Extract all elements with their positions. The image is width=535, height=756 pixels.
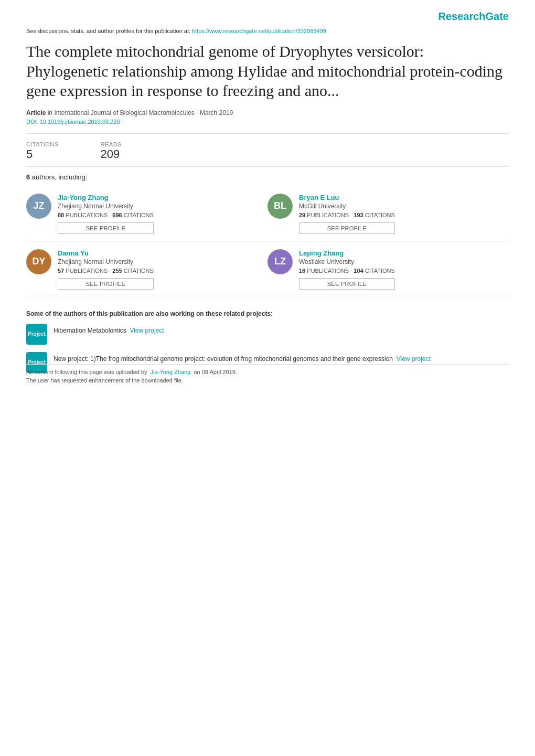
project-row-1: Project Hibernation Metabolomics View pr… xyxy=(26,324,509,345)
see-profile-button-leping-zhang[interactable]: SEE PROFILE xyxy=(299,278,395,290)
avatar-leping-zhang: LZ xyxy=(268,249,293,274)
authors-heading: 6 authors, including: xyxy=(26,173,509,181)
citations-stat: CITATIONS 5 xyxy=(26,141,59,161)
discussion-line: See discussions, stats, and author profi… xyxy=(26,28,509,34)
author-name-jia-yong-zhang[interactable]: Jia-Yong Zhang xyxy=(58,194,154,201)
author-affiliation-bryan-e-luu: McGill University xyxy=(299,203,395,210)
article-meta: Article in International Journal of Biol… xyxy=(26,109,509,116)
reads-stat: READS 209 xyxy=(101,141,122,161)
project-badge-1: Project xyxy=(26,324,47,345)
author-affiliation-leping-zhang: Westlake University xyxy=(299,258,395,265)
reads-value: 209 xyxy=(101,147,122,161)
citations-value: 5 xyxy=(26,147,59,161)
footer-author-link[interactable]: Jia-Yong Zhang xyxy=(151,369,191,375)
author-info-bryan-e-luu: Bryan E Luu McGill University 29 PUBLICA… xyxy=(299,194,395,234)
related-projects-heading: Some of the authors of this publication … xyxy=(26,310,509,317)
avatar-bryan-e-luu: BL xyxy=(268,194,293,219)
divider-2 xyxy=(26,166,509,167)
author-stats-jia-yong-zhang: 88 PUBLICATIONS 696 CITATIONS xyxy=(58,212,154,218)
project-view-link-1[interactable]: View project xyxy=(130,327,164,334)
author-card-jia-yong-zhang: JZ Jia-Yong Zhang Zhejiang Normal Univer… xyxy=(26,186,268,242)
doi: DOI: 10.1016/j.ijbiomac.2019.03.220 xyxy=(26,119,509,125)
author-stats-danna-yu: 57 PUBLICATIONS 255 CITATIONS xyxy=(58,268,154,274)
stats-row: CITATIONS 5 READS 209 xyxy=(26,141,509,161)
project-text-2: New project: 1)The frog mitochondrial ge… xyxy=(54,352,431,364)
see-profile-button-danna-yu[interactable]: SEE PROFILE xyxy=(58,278,154,290)
author-affiliation-jia-yong-zhang: Zhejiang Normal University xyxy=(58,203,154,210)
footer: All content following this page was uplo… xyxy=(26,364,509,386)
brand-logo: ResearchGate xyxy=(438,10,509,23)
citations-label: CITATIONS xyxy=(26,141,59,147)
author-card-danna-yu: DY Danna Yu Zhejiang Normal University 5… xyxy=(26,242,268,297)
author-name-leping-zhang[interactable]: Leping Zhang xyxy=(299,249,395,257)
author-info-danna-yu: Danna Yu Zhejiang Normal University 57 P… xyxy=(58,249,154,290)
author-name-danna-yu[interactable]: Danna Yu xyxy=(58,249,154,257)
author-card-leping-zhang: LZ Leping Zhang Westlake University 18 P… xyxy=(268,242,509,297)
author-info-jia-yong-zhang: Jia-Yong Zhang Zhejiang Normal Universit… xyxy=(58,194,154,234)
page-title: The complete mitochondrial genome of Dry… xyxy=(26,41,509,101)
authors-grid: JZ Jia-Yong Zhang Zhejiang Normal Univer… xyxy=(26,186,509,297)
author-card-bryan-e-luu: BL Bryan E Luu McGill University 29 PUBL… xyxy=(268,186,509,242)
author-stats-bryan-e-luu: 29 PUBLICATIONS 193 CITATIONS xyxy=(299,212,395,218)
project-text-1: Hibernation Metabolomics View project xyxy=(54,324,164,335)
avatar-jia-yong-zhang: JZ xyxy=(26,194,51,219)
reads-label: READS xyxy=(101,141,122,147)
project-view-link-2[interactable]: View project xyxy=(397,355,431,363)
divider-1 xyxy=(26,133,509,134)
footer-line-1: All content following this page was uplo… xyxy=(26,369,509,375)
see-profile-button-bryan-e-luu[interactable]: SEE PROFILE xyxy=(299,222,395,234)
author-stats-leping-zhang: 18 PUBLICATIONS 104 CITATIONS xyxy=(299,268,395,274)
publication-link[interactable]: https://www.researchgate.net/publication… xyxy=(192,28,326,34)
author-name-bryan-e-luu[interactable]: Bryan E Luu xyxy=(299,194,395,201)
footer-line-2: The user has requested enhancement of th… xyxy=(26,377,509,384)
author-info-leping-zhang: Leping Zhang Westlake University 18 PUBL… xyxy=(299,249,395,290)
author-affiliation-danna-yu: Zhejiang Normal University xyxy=(58,258,154,265)
avatar-danna-yu: DY xyxy=(26,249,51,274)
see-profile-button-jia-yong-zhang[interactable]: SEE PROFILE xyxy=(58,222,154,234)
